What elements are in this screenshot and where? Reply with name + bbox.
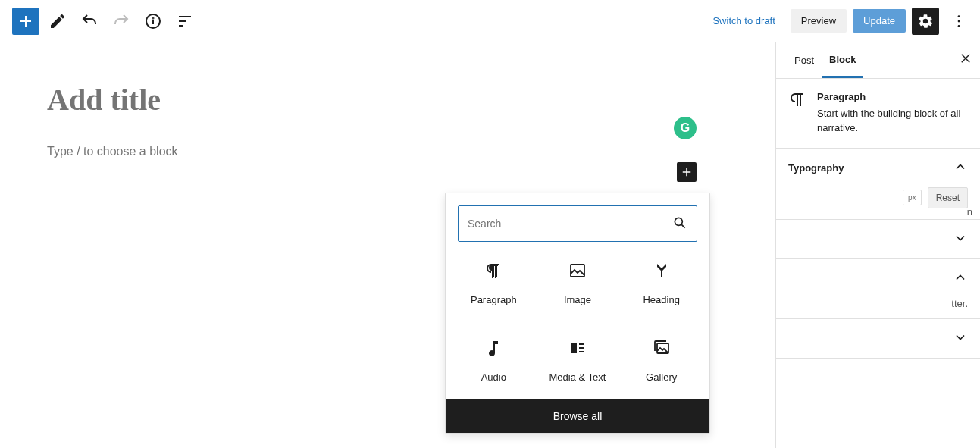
paragraph-icon — [484, 262, 503, 282]
undo-button[interactable] — [76, 8, 103, 35]
inserter-search[interactable] — [458, 205, 697, 242]
panel-collapsed-3 — [776, 319, 980, 359]
settings-button[interactable] — [912, 8, 939, 35]
update-button[interactable]: Update — [853, 9, 906, 33]
panel-header[interactable] — [776, 259, 980, 298]
post-title-input[interactable] — [47, 82, 730, 117]
redo-button[interactable] — [108, 8, 135, 35]
chevron-up-icon — [953, 270, 968, 287]
image-icon — [568, 262, 587, 282]
media-text-icon — [568, 339, 587, 359]
block-desc-text: Start with the building block of all nar… — [817, 107, 968, 136]
top-toolbar: Switch to draft Preview Update — [0, 0, 980, 42]
tab-post[interactable]: Post — [787, 42, 822, 78]
grammarly-icon[interactable]: G — [674, 117, 697, 139]
svg-rect-17 — [571, 343, 577, 353]
block-title: Paragraph — [817, 91, 968, 102]
paragraph-icon — [788, 91, 806, 136]
inline-inserter-button[interactable] — [677, 162, 697, 182]
block-item-label: Image — [564, 294, 591, 305]
font-size-unit[interactable]: px — [903, 190, 922, 205]
cutoff-text: n — [967, 206, 972, 218]
typography-controls: px Reset — [776, 187, 980, 219]
panel-collapsed-1 — [776, 220, 980, 259]
search-icon — [672, 215, 687, 233]
body: Type / to choose a block G P — [0, 42, 980, 448]
svg-point-9 — [958, 20, 960, 22]
block-item-gallery[interactable]: Gallery — [619, 331, 703, 390]
block-item-label: Media & Text — [549, 371, 606, 383]
panel-header[interactable] — [776, 220, 980, 258]
svg-point-10 — [958, 25, 960, 27]
inserter-search-input[interactable] — [468, 218, 672, 230]
details-icon[interactable] — [139, 8, 167, 35]
block-item-paragraph[interactable]: Paragraph — [452, 254, 536, 313]
toolbar-left — [8, 8, 199, 35]
tab-block[interactable]: Block — [822, 42, 863, 78]
svg-point-8 — [958, 15, 960, 17]
add-block-button[interactable] — [12, 8, 39, 35]
chevron-down-icon — [953, 230, 968, 248]
panel-header[interactable] — [776, 319, 980, 358]
block-item-heading[interactable]: Heading — [619, 254, 703, 313]
toolbar-right: Switch to draft Preview Update — [703, 8, 972, 35]
chevron-down-icon — [953, 330, 968, 347]
svg-rect-16 — [661, 268, 662, 277]
panel-expanded-2: tter. — [776, 259, 980, 319]
svg-line-14 — [681, 224, 685, 228]
outline-icon[interactable] — [171, 8, 199, 35]
panel-hint: tter. — [776, 298, 980, 318]
editor-canvas: Type / to choose a block G P — [0, 42, 775, 448]
preview-button[interactable]: Preview — [791, 9, 847, 33]
edit-mode-icon[interactable] — [44, 8, 71, 35]
heading-icon — [653, 262, 671, 282]
audio-icon — [484, 339, 503, 359]
svg-rect-15 — [571, 265, 584, 277]
settings-sidebar: Post Block Paragraph Start with the buil… — [775, 42, 980, 448]
reset-button[interactable]: Reset — [928, 187, 968, 208]
panel-header-typography[interactable]: Typography — [776, 149, 980, 187]
block-item-media-text[interactable]: Media & Text — [536, 331, 620, 390]
chevron-up-icon — [953, 159, 968, 177]
inserter-search-wrap — [446, 193, 709, 254]
block-item-label: Audio — [481, 371, 506, 383]
inserter-grid: Paragraph Image Heading — [446, 254, 709, 399]
block-inserter-popup: Paragraph Image Heading — [445, 193, 710, 434]
svg-point-4 — [153, 17, 154, 18]
block-item-audio[interactable]: Audio — [452, 331, 536, 390]
block-item-label: Heading — [643, 294, 679, 305]
panel-title: Typography — [788, 162, 844, 174]
gallery-icon — [653, 339, 671, 359]
block-placeholder[interactable]: Type / to choose a block — [47, 145, 730, 158]
block-description: Paragraph Start with the building block … — [776, 79, 980, 149]
svg-point-13 — [675, 218, 682, 225]
sidebar-tabs: Post Block — [776, 42, 980, 79]
browse-all-button[interactable]: Browse all — [446, 399, 709, 433]
block-item-label: Gallery — [646, 371, 677, 383]
block-item-image[interactable]: Image — [536, 254, 620, 313]
panel-typography: Typography px Reset — [776, 149, 980, 220]
switch-to-draft-link[interactable]: Switch to draft — [703, 9, 784, 33]
block-item-label: Paragraph — [471, 294, 517, 305]
close-sidebar-button[interactable] — [959, 52, 972, 69]
more-options-button[interactable] — [945, 8, 972, 35]
